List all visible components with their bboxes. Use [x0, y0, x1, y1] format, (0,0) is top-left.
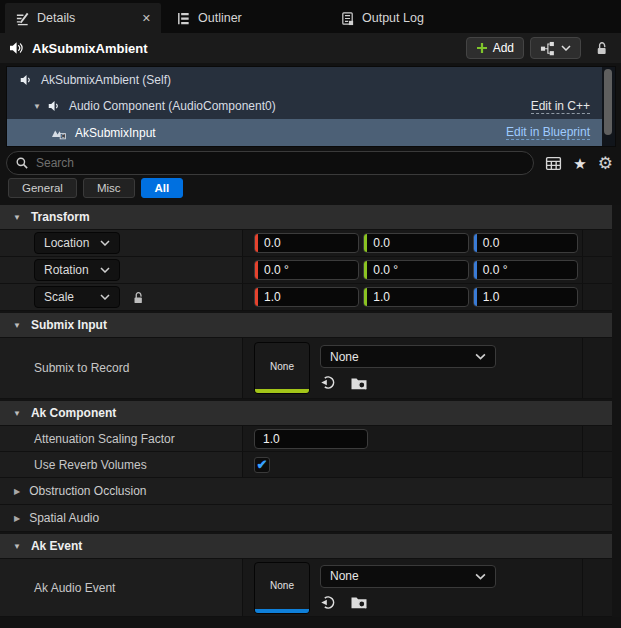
tab-outliner[interactable]: Outliner — [166, 3, 330, 33]
edit-in-cpp-link[interactable]: Edit in C++ — [531, 99, 590, 114]
component-tree: AkSubmixAmbient (Self) ▼ Audio Component… — [6, 66, 616, 147]
location-y-field[interactable]: 0.0 — [363, 233, 468, 253]
hierarchy-icon — [540, 41, 555, 56]
filter-all-button[interactable]: All — [141, 178, 184, 198]
submix-asset-dropdown[interactable]: None — [320, 345, 496, 368]
submix-asset-thumbnail[interactable]: None — [254, 342, 310, 394]
field-value: 0.0 ° — [258, 263, 289, 277]
property-name-cell: Use Reverb Volumes — [0, 452, 243, 477]
tree-scrollbar[interactable] — [602, 67, 615, 146]
expander-chevron-icon[interactable]: ▼ — [33, 102, 41, 111]
tab-label: Output Log — [362, 11, 424, 25]
field-value: 0.0 ° — [477, 263, 508, 277]
location-x-field[interactable]: 0.0 — [254, 233, 359, 253]
scale-z-field[interactable]: 1.0 — [473, 287, 578, 307]
collapse-triangle-icon[interactable]: ▼ — [13, 542, 21, 551]
section-title: Ak Component — [31, 406, 116, 420]
rotation-y-field[interactable]: 0.0 ° — [363, 260, 468, 280]
section-header-ak-event[interactable]: ▼ Ak Event — [0, 534, 612, 559]
scale-x-field[interactable]: 1.0 — [254, 287, 359, 307]
details-header: AkSubmixAmbient Add — [0, 33, 621, 63]
property-name-cell: Attenuation Scaling Factor — [0, 426, 243, 451]
use-selected-asset-icon[interactable] — [320, 374, 337, 391]
property-row-ak-audio-event: Ak Audio Event None None — [0, 559, 612, 617]
attenuation-scaling-field[interactable]: 1.0 — [254, 429, 368, 449]
tree-row-aksubmixinput[interactable]: C AkSubmixInput Edit in Blueprint — [7, 119, 602, 146]
submix-input-icon: C — [51, 126, 67, 140]
use-selected-asset-icon[interactable] — [320, 594, 337, 611]
tab-details[interactable]: Details ✕ — [5, 3, 161, 33]
collapse-triangle-icon[interactable]: ▼ — [13, 409, 21, 418]
section-title: Submix Input — [31, 318, 107, 332]
field-value: 0.0 ° — [367, 263, 398, 277]
use-reverb-volumes-checkbox[interactable]: ✔ — [254, 457, 270, 473]
dropdown-value: None — [330, 350, 359, 364]
browse-asset-icon[interactable] — [350, 375, 368, 391]
reset-cell — [583, 257, 612, 283]
property-value-cell: None None — [243, 559, 583, 616]
property-name-cell: Submix to Record — [0, 338, 243, 398]
property-label: Ak Audio Event — [34, 581, 115, 595]
ak-event-asset-thumbnail[interactable]: None — [254, 562, 310, 614]
tree-row-label: Audio Component (AudioComponent0) — [69, 99, 276, 113]
search-icon — [15, 156, 29, 170]
property-name-cell: Location — [0, 230, 243, 256]
property-name-cell: Ak Audio Event — [0, 559, 243, 616]
tree-row-audio-component[interactable]: ▼ Audio Component (AudioComponent0) Edit… — [7, 93, 602, 119]
filter-misc-button[interactable]: Misc — [83, 178, 135, 198]
filter-label: Misc — [97, 182, 121, 194]
search-input[interactable] — [36, 156, 523, 170]
search-box[interactable] — [6, 151, 534, 175]
chevron-down-icon — [100, 240, 110, 246]
category-spatial-audio[interactable]: ▶ Spatial Audio — [0, 505, 612, 532]
collapse-triangle-icon[interactable]: ▼ — [13, 321, 21, 330]
reset-cell — [583, 559, 612, 616]
tree-row-label: AkSubmixInput — [75, 126, 156, 140]
rotation-x-field[interactable]: 0.0 ° — [254, 260, 359, 280]
settings-gear-icon[interactable]: ⚙ — [598, 155, 613, 172]
display-settings-icon[interactable] — [545, 156, 562, 171]
browse-asset-icon[interactable] — [350, 594, 368, 610]
filter-general-button[interactable]: General — [8, 178, 77, 198]
chevron-down-icon — [100, 294, 110, 300]
section-header-submix-input[interactable]: ▼ Submix Input — [0, 313, 612, 338]
property-row-submix-to-record: Submix to Record None None — [0, 338, 612, 399]
rotation-z-field[interactable]: 0.0 ° — [473, 260, 578, 280]
component-hierarchy-button[interactable] — [530, 37, 581, 59]
property-value-cell: 1.0 — [243, 426, 583, 451]
property-value-cell: 0.0 ° 0.0 ° 0.0 ° — [243, 257, 583, 283]
tab-bar: Details ✕ Outliner Output Log — [0, 0, 621, 33]
location-mode-dropdown[interactable]: Location — [34, 232, 120, 254]
rotation-mode-dropdown[interactable]: Rotation — [34, 259, 120, 281]
thumbnail-label: None — [255, 563, 309, 609]
scale-unlock-icon[interactable] — [131, 290, 145, 305]
reset-cell — [583, 284, 612, 310]
scale-y-field[interactable]: 1.0 — [363, 287, 468, 307]
property-name-cell: Rotation — [0, 257, 243, 283]
location-z-field[interactable]: 0.0 — [473, 233, 578, 253]
field-value: 0.0 — [258, 236, 281, 250]
ak-event-asset-dropdown[interactable]: None — [320, 565, 496, 588]
dropdown-label: Rotation — [44, 263, 89, 277]
scrollbar-thumb[interactable] — [604, 69, 612, 135]
field-value: 1.0 — [263, 432, 280, 446]
section-header-transform[interactable]: ▼ Transform — [0, 205, 612, 230]
close-icon[interactable]: ✕ — [142, 12, 151, 25]
property-row-location: Location 0.0 0.0 0.0 — [0, 230, 612, 257]
expand-triangle-icon[interactable]: ▶ — [14, 514, 20, 523]
collapse-triangle-icon[interactable]: ▼ — [13, 213, 21, 222]
expand-triangle-icon[interactable]: ▶ — [14, 487, 20, 496]
check-icon: ✔ — [257, 458, 268, 471]
category-obstruction-occlusion[interactable]: ▶ Obstruction Occlusion — [0, 478, 612, 505]
favorites-star-icon[interactable]: ★ — [573, 156, 586, 171]
chevron-down-icon — [561, 45, 571, 51]
property-value-cell: ✔ — [243, 452, 583, 477]
scale-mode-dropdown[interactable]: Scale — [34, 286, 120, 308]
section-header-ak-component[interactable]: ▼ Ak Component — [0, 401, 612, 426]
tree-row-self[interactable]: AkSubmixAmbient (Self) — [7, 67, 602, 93]
add-button[interactable]: Add — [466, 37, 524, 59]
filter-label: All — [155, 182, 170, 194]
unlock-icon[interactable] — [594, 40, 609, 56]
tab-output-log[interactable]: Output Log — [330, 3, 494, 33]
edit-in-blueprint-link[interactable]: Edit in Blueprint — [506, 125, 590, 140]
